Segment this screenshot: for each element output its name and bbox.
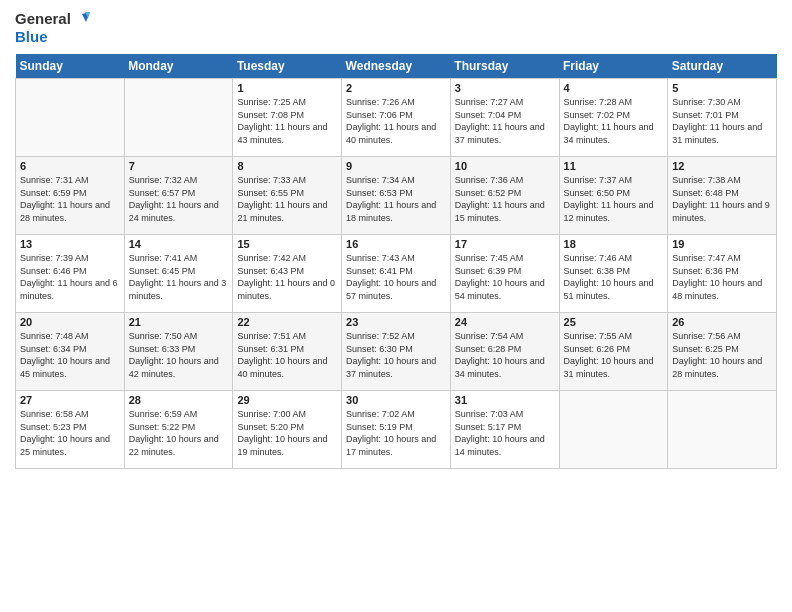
day-number: 4 xyxy=(564,82,664,94)
day-number: 2 xyxy=(346,82,446,94)
day-info: Sunrise: 7:43 AM Sunset: 6:41 PM Dayligh… xyxy=(346,252,446,302)
day-number: 1 xyxy=(237,82,337,94)
calendar-cell: 4Sunrise: 7:28 AM Sunset: 7:02 PM Daylig… xyxy=(559,79,668,157)
week-row-1: 1Sunrise: 7:25 AM Sunset: 7:08 PM Daylig… xyxy=(16,79,777,157)
day-info: Sunrise: 7:33 AM Sunset: 6:55 PM Dayligh… xyxy=(237,174,337,224)
column-header-sunday: Sunday xyxy=(16,54,125,79)
calendar-cell: 15Sunrise: 7:42 AM Sunset: 6:43 PM Dayli… xyxy=(233,235,342,313)
day-number: 25 xyxy=(564,316,664,328)
day-number: 12 xyxy=(672,160,772,172)
day-info: Sunrise: 7:03 AM Sunset: 5:17 PM Dayligh… xyxy=(455,408,555,458)
column-header-thursday: Thursday xyxy=(450,54,559,79)
calendar-cell: 3Sunrise: 7:27 AM Sunset: 7:04 PM Daylig… xyxy=(450,79,559,157)
day-number: 18 xyxy=(564,238,664,250)
calendar-cell: 19Sunrise: 7:47 AM Sunset: 6:36 PM Dayli… xyxy=(668,235,777,313)
calendar-cell: 23Sunrise: 7:52 AM Sunset: 6:30 PM Dayli… xyxy=(342,313,451,391)
calendar-cell xyxy=(668,391,777,469)
day-number: 3 xyxy=(455,82,555,94)
calendar-cell: 16Sunrise: 7:43 AM Sunset: 6:41 PM Dayli… xyxy=(342,235,451,313)
day-number: 23 xyxy=(346,316,446,328)
day-info: Sunrise: 7:50 AM Sunset: 6:33 PM Dayligh… xyxy=(129,330,229,380)
calendar-cell: 31Sunrise: 7:03 AM Sunset: 5:17 PM Dayli… xyxy=(450,391,559,469)
day-number: 21 xyxy=(129,316,229,328)
week-row-3: 13Sunrise: 7:39 AM Sunset: 6:46 PM Dayli… xyxy=(16,235,777,313)
calendar-cell: 18Sunrise: 7:46 AM Sunset: 6:38 PM Dayli… xyxy=(559,235,668,313)
day-info: Sunrise: 7:34 AM Sunset: 6:53 PM Dayligh… xyxy=(346,174,446,224)
calendar-table: SundayMondayTuesdayWednesdayThursdayFrid… xyxy=(15,54,777,469)
day-number: 31 xyxy=(455,394,555,406)
day-number: 22 xyxy=(237,316,337,328)
day-info: Sunrise: 7:55 AM Sunset: 6:26 PM Dayligh… xyxy=(564,330,664,380)
calendar-cell: 28Sunrise: 6:59 AM Sunset: 5:22 PM Dayli… xyxy=(124,391,233,469)
calendar-cell: 27Sunrise: 6:58 AM Sunset: 5:23 PM Dayli… xyxy=(16,391,125,469)
calendar-cell: 25Sunrise: 7:55 AM Sunset: 6:26 PM Dayli… xyxy=(559,313,668,391)
day-info: Sunrise: 7:52 AM Sunset: 6:30 PM Dayligh… xyxy=(346,330,446,380)
day-number: 6 xyxy=(20,160,120,172)
week-row-5: 27Sunrise: 6:58 AM Sunset: 5:23 PM Dayli… xyxy=(16,391,777,469)
day-info: Sunrise: 7:02 AM Sunset: 5:19 PM Dayligh… xyxy=(346,408,446,458)
day-info: Sunrise: 7:48 AM Sunset: 6:34 PM Dayligh… xyxy=(20,330,120,380)
week-row-2: 6Sunrise: 7:31 AM Sunset: 6:59 PM Daylig… xyxy=(16,157,777,235)
day-number: 9 xyxy=(346,160,446,172)
column-header-friday: Friday xyxy=(559,54,668,79)
column-header-monday: Monday xyxy=(124,54,233,79)
calendar-cell: 8Sunrise: 7:33 AM Sunset: 6:55 PM Daylig… xyxy=(233,157,342,235)
day-info: Sunrise: 7:27 AM Sunset: 7:04 PM Dayligh… xyxy=(455,96,555,146)
logo: General Blue xyxy=(15,10,90,46)
day-info: Sunrise: 7:37 AM Sunset: 6:50 PM Dayligh… xyxy=(564,174,664,224)
day-info: Sunrise: 7:38 AM Sunset: 6:48 PM Dayligh… xyxy=(672,174,772,224)
bird-icon xyxy=(72,12,90,28)
day-info: Sunrise: 7:32 AM Sunset: 6:57 PM Dayligh… xyxy=(129,174,229,224)
day-number: 29 xyxy=(237,394,337,406)
calendar-cell xyxy=(559,391,668,469)
day-number: 13 xyxy=(20,238,120,250)
header-row: SundayMondayTuesdayWednesdayThursdayFrid… xyxy=(16,54,777,79)
calendar-cell: 20Sunrise: 7:48 AM Sunset: 6:34 PM Dayli… xyxy=(16,313,125,391)
calendar-cell: 13Sunrise: 7:39 AM Sunset: 6:46 PM Dayli… xyxy=(16,235,125,313)
day-number: 30 xyxy=(346,394,446,406)
column-header-tuesday: Tuesday xyxy=(233,54,342,79)
calendar-cell: 22Sunrise: 7:51 AM Sunset: 6:31 PM Dayli… xyxy=(233,313,342,391)
day-number: 28 xyxy=(129,394,229,406)
page-header: General Blue xyxy=(15,10,777,46)
day-number: 5 xyxy=(672,82,772,94)
day-number: 17 xyxy=(455,238,555,250)
day-number: 26 xyxy=(672,316,772,328)
day-number: 14 xyxy=(129,238,229,250)
day-number: 16 xyxy=(346,238,446,250)
day-info: Sunrise: 7:36 AM Sunset: 6:52 PM Dayligh… xyxy=(455,174,555,224)
day-number: 15 xyxy=(237,238,337,250)
calendar-cell: 12Sunrise: 7:38 AM Sunset: 6:48 PM Dayli… xyxy=(668,157,777,235)
page-container: General Blue SundayMondayTuesdayWednesda… xyxy=(0,0,792,479)
day-info: Sunrise: 7:39 AM Sunset: 6:46 PM Dayligh… xyxy=(20,252,120,302)
logo-text: General Blue xyxy=(15,10,90,46)
day-number: 27 xyxy=(20,394,120,406)
calendar-cell: 11Sunrise: 7:37 AM Sunset: 6:50 PM Dayli… xyxy=(559,157,668,235)
day-number: 20 xyxy=(20,316,120,328)
day-number: 19 xyxy=(672,238,772,250)
day-info: Sunrise: 7:31 AM Sunset: 6:59 PM Dayligh… xyxy=(20,174,120,224)
day-info: Sunrise: 7:51 AM Sunset: 6:31 PM Dayligh… xyxy=(237,330,337,380)
day-info: Sunrise: 7:47 AM Sunset: 6:36 PM Dayligh… xyxy=(672,252,772,302)
calendar-cell: 2Sunrise: 7:26 AM Sunset: 7:06 PM Daylig… xyxy=(342,79,451,157)
day-number: 11 xyxy=(564,160,664,172)
day-info: Sunrise: 7:56 AM Sunset: 6:25 PM Dayligh… xyxy=(672,330,772,380)
column-header-wednesday: Wednesday xyxy=(342,54,451,79)
day-info: Sunrise: 7:00 AM Sunset: 5:20 PM Dayligh… xyxy=(237,408,337,458)
day-number: 8 xyxy=(237,160,337,172)
day-info: Sunrise: 6:59 AM Sunset: 5:22 PM Dayligh… xyxy=(129,408,229,458)
week-row-4: 20Sunrise: 7:48 AM Sunset: 6:34 PM Dayli… xyxy=(16,313,777,391)
calendar-cell xyxy=(16,79,125,157)
day-number: 7 xyxy=(129,160,229,172)
calendar-cell: 10Sunrise: 7:36 AM Sunset: 6:52 PM Dayli… xyxy=(450,157,559,235)
column-header-saturday: Saturday xyxy=(668,54,777,79)
calendar-cell: 29Sunrise: 7:00 AM Sunset: 5:20 PM Dayli… xyxy=(233,391,342,469)
calendar-cell xyxy=(124,79,233,157)
day-info: Sunrise: 7:42 AM Sunset: 6:43 PM Dayligh… xyxy=(237,252,337,302)
day-info: Sunrise: 7:25 AM Sunset: 7:08 PM Dayligh… xyxy=(237,96,337,146)
calendar-cell: 9Sunrise: 7:34 AM Sunset: 6:53 PM Daylig… xyxy=(342,157,451,235)
day-info: Sunrise: 7:28 AM Sunset: 7:02 PM Dayligh… xyxy=(564,96,664,146)
day-info: Sunrise: 7:41 AM Sunset: 6:45 PM Dayligh… xyxy=(129,252,229,302)
calendar-cell: 30Sunrise: 7:02 AM Sunset: 5:19 PM Dayli… xyxy=(342,391,451,469)
calendar-cell: 7Sunrise: 7:32 AM Sunset: 6:57 PM Daylig… xyxy=(124,157,233,235)
